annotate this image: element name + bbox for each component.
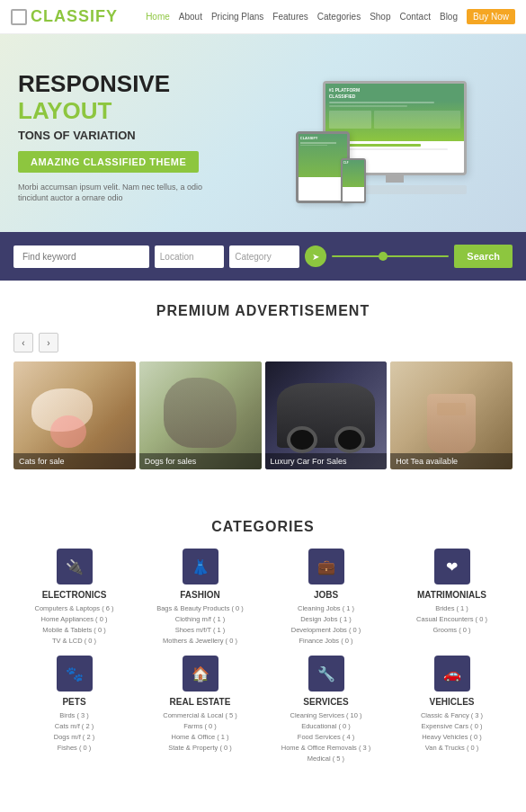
hero-desc: Morbi accumsan ipsum velit. Nam nec tell…	[18, 182, 216, 204]
prev-button[interactable]: ‹	[13, 333, 33, 352]
arrow-icon[interactable]: ➤	[305, 245, 326, 267]
jobs-sub-0[interactable]: Cleaning Jobs ( 1 )	[265, 603, 387, 614]
fashion-sub-0[interactable]: Bags & Beauty Products ( 0 )	[139, 603, 261, 614]
header: CLASSIFY Home About Pricing Plans Featur…	[0, 0, 526, 34]
jobs-sub-1[interactable]: Design Jobs ( 1 )	[265, 614, 387, 625]
pets-name: PETS	[13, 697, 135, 707]
search-bar: Location Category ➤ Search	[0, 232, 526, 281]
electronics-sub-2[interactable]: Mobile & Tablets ( 0 )	[13, 625, 135, 636]
premium-section: PREMIUM ADVERTISEMENT ‹ › Cats for sale …	[0, 281, 526, 487]
nav-home[interactable]: Home	[146, 12, 170, 22]
jobs-sub-3[interactable]: Finance Jobs ( 0 )	[265, 636, 387, 647]
services-sub-4[interactable]: Medical ( 5 )	[265, 754, 387, 764]
category-vehicles: 🚗 VEHICLES Classic & Fancy ( 3 ) Expensi…	[391, 656, 513, 764]
logo-text: CLASSIFY	[31, 7, 118, 26]
services-icon[interactable]: 🔧	[308, 656, 344, 692]
nav-contact[interactable]: Contact	[400, 12, 431, 22]
ad-cats[interactable]: Cats for sale	[13, 361, 136, 469]
ad-tea[interactable]: Hot Tea available	[390, 361, 513, 469]
matrimonials-sub-1[interactable]: Casual Encounters ( 0 )	[391, 614, 513, 625]
fashion-sub-2[interactable]: Shoes m/f/T ( 1 )	[139, 625, 261, 636]
electronics-icon[interactable]: 🔌	[57, 549, 93, 584]
nav-features[interactable]: Features	[272, 12, 308, 22]
category-select[interactable]: Category	[229, 245, 299, 268]
real-estate-name: REAL ESTATE	[139, 697, 261, 707]
range-handle[interactable]	[379, 252, 388, 261]
electronics-sub-3[interactable]: TV & LCD ( 0 )	[13, 636, 135, 647]
range-line	[332, 255, 450, 257]
services-name: SERVICES	[265, 697, 387, 707]
search-button[interactable]: Search	[454, 245, 513, 268]
real-estate-subs: Commercial & Local ( 5 ) Farms ( 0 ) Hom…	[139, 710, 261, 754]
ad-cars[interactable]: Luxury Car For Sales	[265, 361, 388, 469]
pets-icon[interactable]: 🐾	[57, 656, 93, 692]
vehicles-icon[interactable]: 🚗	[434, 656, 470, 692]
electronics-sub-1[interactable]: Home Appliances ( 0 )	[13, 614, 135, 625]
jobs-sub-2[interactable]: Development Jobs ( 0 )	[265, 625, 387, 636]
real-estate-icon[interactable]: 🏠	[183, 656, 218, 692]
services-sub-0[interactable]: Cleaning Services ( 10 )	[265, 710, 387, 721]
vehicles-name: VEHICLES	[391, 697, 513, 707]
nav-categories[interactable]: Categories	[317, 12, 361, 22]
vehicles-sub-2[interactable]: Heavy Vehicles ( 0 )	[391, 732, 513, 743]
real-estate-sub-0[interactable]: Commercial & Local ( 5 )	[139, 710, 261, 721]
hero-badge: AMAZING CLASSIFIED THEME	[18, 151, 199, 173]
hero-subtitle: TONS OF VARIATION	[18, 129, 263, 142]
pets-sub-0[interactable]: Birds ( 3 )	[13, 710, 135, 721]
pets-sub-1[interactable]: Cats m/f ( 2 )	[13, 721, 135, 732]
services-sub-2[interactable]: Food Services ( 4 )	[265, 732, 387, 743]
logo-icon	[11, 9, 27, 25]
electronics-subs: Computers & Laptops ( 6 ) Home Appliance…	[13, 603, 135, 647]
hero-text: RESPONSIVE LAYOUT TONS OF VARIATION AMAZ…	[18, 71, 263, 204]
hero-title: RESPONSIVE LAYOUT	[18, 71, 263, 125]
ad-tea-label: Hot Tea available	[390, 453, 513, 469]
matrimonials-icon[interactable]: ❤	[434, 549, 470, 584]
fashion-icon[interactable]: 👗	[183, 549, 218, 584]
logo[interactable]: CLASSIFY	[11, 7, 118, 26]
vehicles-subs: Classic & Fancy ( 3 ) Expensive Cars ( 0…	[391, 710, 513, 754]
matrimonials-sub-0[interactable]: Brides ( 1 )	[391, 603, 513, 614]
nav-blog[interactable]: Blog	[440, 12, 458, 22]
fashion-sub-3[interactable]: Mothers & Jewellery ( 0 )	[139, 636, 261, 647]
real-estate-sub-2[interactable]: Home & Office ( 1 )	[139, 732, 261, 743]
next-button[interactable]: ›	[39, 333, 58, 352]
fashion-name: FASHION	[139, 590, 261, 600]
ads-container: ‹ › Cats for sale Dogs for sales	[0, 333, 526, 487]
hero-title-layout: LAYOUT	[18, 97, 112, 124]
jobs-name: JOBS	[265, 590, 387, 600]
fashion-sub-1[interactable]: Clothing m/f ( 1 )	[139, 614, 261, 625]
real-estate-sub-3[interactable]: State & Property ( 0 )	[139, 743, 261, 754]
categories-grid: 🔌 ELECTRONICS Computers & Laptops ( 6 ) …	[13, 549, 513, 764]
fashion-subs: Bags & Beauty Products ( 0 ) Clothing m/…	[139, 603, 261, 647]
nav-pricing[interactable]: Pricing Plans	[211, 12, 263, 22]
jobs-subs: Cleaning Jobs ( 1 ) Design Jobs ( 1 ) De…	[265, 603, 387, 647]
services-sub-1[interactable]: Educational ( 0 )	[265, 721, 387, 732]
pets-sub-2[interactable]: Dogs m/f ( 2 )	[13, 732, 135, 743]
hero-section: RESPONSIVE LAYOUT TONS OF VARIATION AMAZ…	[0, 34, 526, 232]
keyword-input[interactable]	[13, 245, 149, 268]
nav-buy-now[interactable]: Buy Now	[467, 9, 515, 24]
ad-cars-label: Luxury Car For Sales	[265, 453, 388, 469]
matrimonials-subs: Brides ( 1 ) Casual Encounters ( 0 ) Gro…	[391, 603, 513, 636]
ad-dogs[interactable]: Dogs for sales	[139, 361, 262, 469]
categories-section: CATEGORIES 🔌 ELECTRONICS Computers & Lap…	[0, 487, 526, 782]
category-pets: 🐾 PETS Birds ( 3 ) Cats m/f ( 2 ) Dogs m…	[13, 656, 135, 764]
vehicles-sub-0[interactable]: Classic & Fancy ( 3 )	[391, 710, 513, 721]
nav-about[interactable]: About	[179, 12, 202, 22]
vehicles-sub-3[interactable]: Van & Trucks ( 0 )	[391, 743, 513, 754]
jobs-icon[interactable]: 💼	[308, 549, 344, 584]
location-select[interactable]: Location	[155, 245, 224, 268]
real-estate-sub-1[interactable]: Farms ( 0 )	[139, 721, 261, 732]
hero-image: #1 PLATFORMCLASSIFIED CLASSIFY	[263, 81, 509, 194]
electronics-sub-0[interactable]: Computers & Laptops ( 6 )	[13, 603, 135, 614]
nav-shop[interactable]: Shop	[370, 12, 390, 22]
matrimonials-name: MATRIMONIALS	[391, 590, 513, 600]
price-range[interactable]	[332, 255, 450, 257]
services-sub-3[interactable]: Home & Office Removals ( 3 )	[265, 743, 387, 754]
pets-sub-3[interactable]: Fishes ( 0 )	[13, 743, 135, 754]
device-phone: CLF	[341, 158, 366, 203]
ads-grid: Cats for sale Dogs for sales Luxury Car …	[13, 361, 513, 469]
category-services: 🔧 SERVICES Cleaning Services ( 10 ) Educ…	[265, 656, 387, 764]
matrimonials-sub-2[interactable]: Grooms ( 0 )	[391, 625, 513, 636]
vehicles-sub-1[interactable]: Expensive Cars ( 0 )	[391, 721, 513, 732]
